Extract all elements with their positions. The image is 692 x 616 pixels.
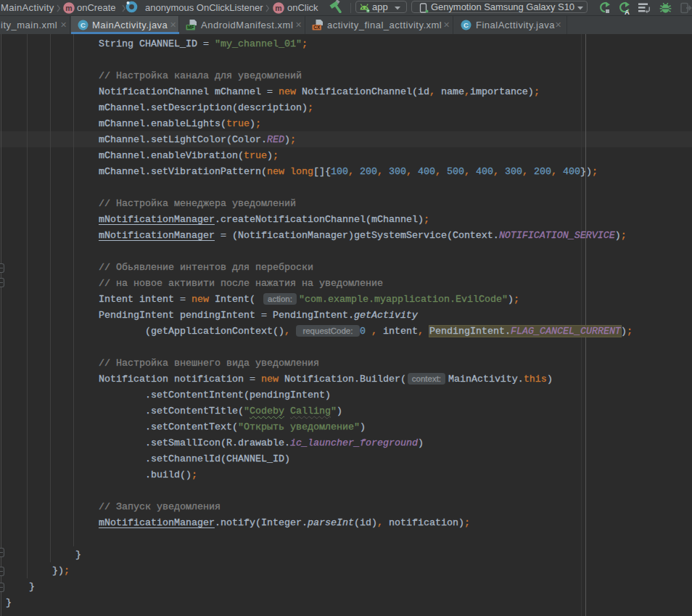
svg-text:m: m (65, 4, 72, 12)
svg-text:MF: MF (187, 25, 194, 30)
svg-text:C: C (464, 21, 469, 29)
svg-text:C: C (81, 21, 86, 29)
svg-text:CX: CX (313, 25, 321, 30)
svg-text:m: m (275, 4, 281, 12)
svg-text:A: A (625, 8, 630, 16)
